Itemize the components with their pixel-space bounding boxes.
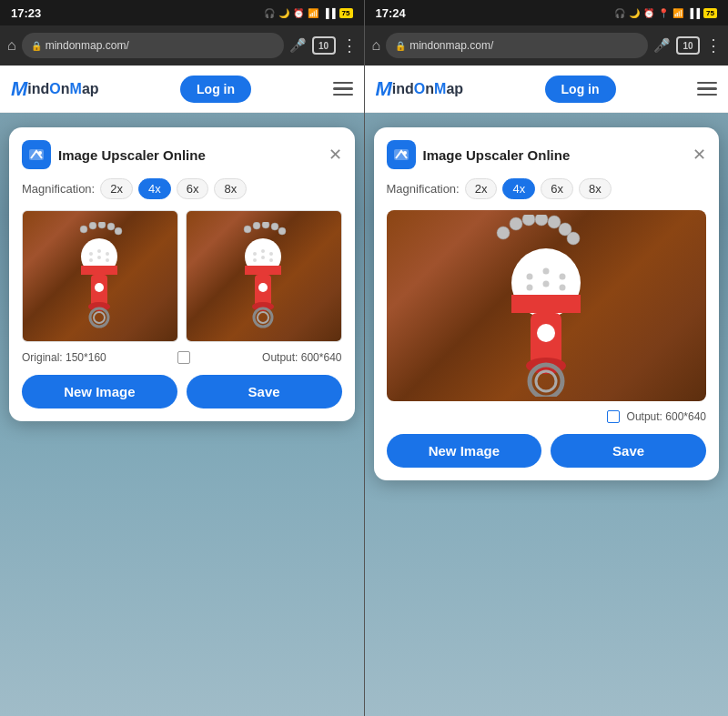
signal-icon-r: ▐▐ [687, 8, 700, 18]
moon-icon: 🌙 [278, 8, 289, 18]
svg-point-11 [106, 252, 109, 256]
svg-point-30 [253, 258, 257, 262]
login-button-right[interactable]: Log in [545, 76, 616, 103]
signal-icon: ▐▐ [322, 8, 335, 18]
svg-point-39 [403, 151, 407, 155]
new-image-button-right[interactable]: New Image [387, 434, 542, 468]
svg-point-29 [269, 252, 273, 256]
info-row-right: Output: 600*640 [387, 410, 707, 423]
upscaler-icon [27, 146, 46, 164]
mic-image-original [23, 211, 177, 341]
mag-label-left: Magnification: [22, 182, 95, 196]
svg-point-59 [536, 371, 556, 391]
mag-6x-left[interactable]: 6x [177, 178, 209, 199]
action-row-right: New Image Save [387, 434, 707, 468]
url-left[interactable]: mindonmap.com/ [46, 39, 129, 52]
home-icon[interactable]: ⌂ [7, 37, 16, 54]
mag-8x-right[interactable]: 8x [579, 178, 612, 199]
logo-text-left: indOnMap [27, 81, 98, 97]
time-right: 17:24 [376, 6, 406, 20]
login-button-left[interactable]: Log in [180, 76, 251, 103]
mic-svg-large [487, 215, 605, 397]
mic-svg-upscaled [229, 222, 298, 331]
svg-point-46 [567, 232, 580, 245]
alarm-icon-r: ⏰ [643, 8, 654, 18]
hamburger-right[interactable] [697, 82, 717, 96]
checkbox-right[interactable] [607, 410, 620, 423]
checkbox-left[interactable] [177, 351, 190, 364]
time-left: 17:23 [11, 6, 41, 20]
mindonmap-nav-left: M indOnMap Log in [0, 66, 364, 113]
browser-bar-left[interactable]: ⌂ 🔒 mindonmap.com/ 🎤 10 ⋮ [0, 25, 364, 66]
svg-point-5 [107, 223, 115, 230]
more-icon-left[interactable]: ⋮ [341, 35, 357, 55]
modal-icon-right [387, 140, 416, 169]
mindonmap-nav-right: M indOnMap Log in [365, 66, 729, 113]
svg-point-2 [80, 226, 87, 233]
mag-4x-left[interactable]: 4x [138, 178, 171, 199]
modal-title-right: Image Upscaler Online [423, 147, 571, 163]
save-button-left[interactable]: Save [187, 375, 342, 408]
svg-point-16 [95, 283, 104, 292]
svg-point-9 [89, 252, 93, 256]
more-icon-right[interactable]: ⋮ [705, 35, 721, 55]
images-row-left [22, 210, 342, 342]
mag-label-right: Magnification: [387, 182, 460, 196]
svg-point-37 [258, 312, 268, 323]
close-button-left[interactable]: ✕ [329, 146, 342, 163]
svg-point-34 [258, 283, 268, 292]
status-bar-right: 17:24 🎧 🌙 ⏰ 📍 📶 ▐▐ 75 [365, 0, 729, 25]
logo-left: M indOnMap [11, 77, 99, 101]
mag-8x-left[interactable]: 8x [214, 178, 247, 199]
mic-icon-left[interactable]: 🎤 [289, 37, 307, 54]
mag-2x-right[interactable]: 2x [465, 178, 498, 199]
svg-point-52 [527, 285, 533, 291]
svg-rect-8 [81, 266, 117, 275]
lock-icon: 🔒 [31, 41, 42, 51]
url-right[interactable]: mindonmap.com/ [410, 39, 493, 52]
address-bar-right[interactable]: 🔒 mindonmap.com/ [386, 33, 648, 58]
modal-title-area-left: Image Upscaler Online [22, 140, 206, 169]
wifi-icon: 📶 [308, 8, 318, 18]
modal-right: Image Upscaler Online ✕ Magnification: 2… [374, 127, 720, 480]
upscaled-image-left [186, 210, 342, 342]
svg-point-40 [497, 227, 510, 239]
battery-right: 75 [703, 8, 717, 18]
status-icons-right: 🎧 🌙 ⏰ 📍 📶 ▐▐ 75 [614, 8, 717, 18]
svg-point-27 [253, 252, 257, 256]
svg-point-41 [510, 217, 522, 230]
tab-count-right[interactable]: 10 [676, 36, 700, 55]
hamburger-left[interactable] [333, 82, 353, 96]
svg-rect-48 [511, 295, 581, 313]
moon-icon-r: 🌙 [629, 8, 640, 18]
mic-svg-original [66, 222, 134, 331]
svg-point-51 [560, 274, 566, 280]
magnification-row-right: Magnification: 2x 4x 6x 8x [387, 178, 707, 199]
modal-title-area-right: Image Upscaler Online [387, 140, 571, 169]
svg-point-54 [560, 285, 566, 291]
mic-image-large [387, 210, 707, 401]
svg-point-50 [543, 268, 550, 275]
mag-4x-right[interactable]: 4x [502, 178, 535, 199]
save-button-right[interactable]: Save [551, 434, 706, 468]
headphone-icon: 🎧 [264, 8, 275, 18]
svg-point-56 [537, 324, 555, 342]
mag-2x-left[interactable]: 2x [100, 178, 133, 199]
svg-point-21 [253, 222, 260, 229]
svg-point-53 [543, 281, 550, 287]
wifi-icon-r: 📶 [672, 8, 683, 18]
mic-icon-right[interactable]: 🎤 [653, 37, 671, 54]
tab-count-left[interactable]: 10 [312, 36, 336, 55]
svg-point-23 [271, 223, 278, 230]
address-bar-left[interactable]: 🔒 mindonmap.com/ [22, 33, 284, 58]
svg-point-6 [115, 227, 122, 235]
close-button-right[interactable]: ✕ [693, 146, 706, 163]
upscaler-icon-r [392, 146, 410, 164]
browser-bar-right[interactable]: ⌂ 🔒 mindonmap.com/ 🎤 10 ⋮ [365, 25, 729, 66]
output-label-left: Output: 600*640 [262, 351, 341, 364]
mag-6x-right[interactable]: 6x [541, 178, 573, 199]
home-icon-r[interactable]: ⌂ [372, 37, 381, 54]
status-icons-left: 🎧 🌙 ⏰ 📶 ▐▐ 75 [264, 8, 352, 18]
new-image-button-left[interactable]: New Image [22, 375, 177, 408]
modal-header-left: Image Upscaler Online ✕ [22, 140, 342, 169]
